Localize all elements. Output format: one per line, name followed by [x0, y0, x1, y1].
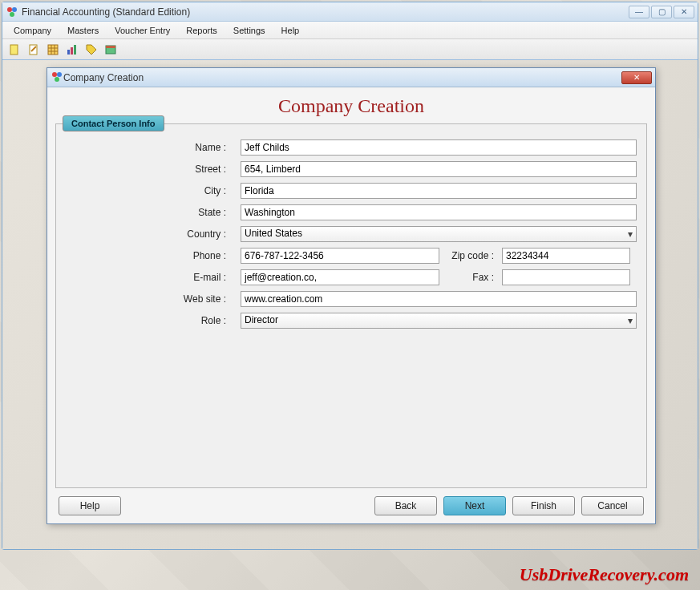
phone-field[interactable] — [241, 248, 439, 264]
menubar: Company Masters Voucher Entry Reports Se… — [2, 22, 698, 39]
street-field[interactable] — [241, 161, 637, 177]
company-creation-dialog: Company Creation ✕ Company Creation Cont… — [47, 67, 656, 524]
dialog-close-button[interactable]: ✕ — [621, 71, 652, 84]
form-panel: Contact Person Info Name : Street : City… — [55, 123, 647, 488]
toolbar — [2, 39, 698, 60]
state-field[interactable] — [241, 204, 637, 220]
menu-company[interactable]: Company — [6, 23, 59, 38]
dialog-heading: Company Creation — [55, 95, 647, 117]
row-website: Web site : — [66, 290, 637, 308]
watermark: UsbDriveRecovery.com — [520, 564, 689, 585]
svg-rect-11 — [71, 47, 73, 55]
label-city: City : — [66, 185, 241, 196]
svg-rect-10 — [67, 50, 70, 55]
menu-help[interactable]: Help — [273, 23, 308, 38]
country-value: United States — [245, 228, 302, 239]
svg-point-1 — [12, 7, 17, 12]
svg-rect-14 — [106, 46, 115, 48]
tab-contact-person-info[interactable]: Contact Person Info — [63, 115, 164, 131]
label-website: Web site : — [66, 293, 241, 305]
dialog-titlebar: Company Creation ✕ — [47, 68, 655, 87]
svg-point-16 — [57, 72, 62, 77]
country-select[interactable]: United States — [241, 226, 637, 242]
close-button[interactable]: ✕ — [674, 6, 694, 18]
chart-icon[interactable] — [63, 42, 81, 58]
minimize-button[interactable]: — — [629, 6, 649, 18]
label-name: Name : — [66, 142, 241, 153]
menu-voucher-entry[interactable]: Voucher Entry — [107, 23, 178, 38]
finish-button[interactable]: Finish — [512, 496, 575, 515]
svg-rect-5 — [48, 45, 58, 55]
menu-settings[interactable]: Settings — [225, 23, 273, 38]
website-field[interactable] — [241, 291, 637, 307]
app-icon — [6, 6, 18, 18]
role-value: Director — [245, 314, 278, 325]
name-field[interactable] — [241, 139, 637, 156]
menu-masters[interactable]: Masters — [59, 23, 107, 38]
row-role: Role : Director — [66, 312, 637, 329]
row-street: Street : — [66, 160, 637, 178]
grid-icon[interactable] — [44, 42, 62, 58]
fax-field[interactable] — [502, 269, 630, 285]
label-phone: Phone : — [66, 250, 241, 261]
label-street: Street : — [66, 164, 241, 175]
zip-field[interactable] — [502, 248, 630, 264]
svg-point-0 — [7, 7, 12, 12]
window-controls: — ▢ ✕ — [629, 6, 694, 18]
next-button[interactable]: Next — [443, 496, 506, 515]
label-email: E-mail : — [66, 272, 241, 283]
main-titlebar: Financial Accounting (Standard Edition) … — [2, 2, 698, 22]
back-button[interactable]: Back — [374, 496, 437, 515]
label-zip: Zip code : — [439, 250, 502, 261]
main-title: Financial Accounting (Standard Edition) — [22, 6, 629, 18]
row-state: State : — [66, 204, 637, 221]
dialog-body: Company Creation Contact Person Info Nam… — [47, 87, 655, 523]
row-email: E-mail : Fax : — [66, 269, 637, 286]
tag-icon[interactable] — [83, 42, 100, 58]
label-role: Role : — [66, 315, 241, 326]
email-field[interactable] — [241, 269, 439, 285]
svg-point-17 — [55, 77, 59, 82]
edit-icon[interactable] — [25, 42, 42, 58]
label-fax: Fax : — [439, 272, 502, 283]
role-select[interactable]: Director — [241, 313, 637, 329]
row-city: City : — [66, 182, 637, 200]
new-doc-icon[interactable] — [6, 42, 23, 58]
cancel-button[interactable]: Cancel — [581, 496, 644, 515]
row-country: Country : United States — [66, 225, 637, 243]
label-state: State : — [66, 207, 241, 218]
help-button[interactable]: Help — [59, 496, 121, 515]
svg-point-2 — [10, 12, 14, 17]
dialog-icon — [51, 71, 63, 85]
dialog-title: Company Creation — [63, 72, 621, 83]
dialog-buttons: Help Back Next Finish Cancel — [55, 488, 647, 515]
label-country: Country : — [66, 228, 241, 240]
svg-rect-3 — [10, 45, 18, 55]
maximize-button[interactable]: ▢ — [651, 6, 672, 18]
ledger-icon[interactable] — [102, 42, 119, 58]
menu-reports[interactable]: Reports — [178, 23, 225, 38]
svg-rect-12 — [74, 45, 76, 55]
row-name: Name : — [66, 139, 637, 156]
city-field[interactable] — [241, 183, 637, 199]
row-phone: Phone : Zip code : — [66, 247, 637, 265]
svg-point-15 — [52, 72, 57, 77]
